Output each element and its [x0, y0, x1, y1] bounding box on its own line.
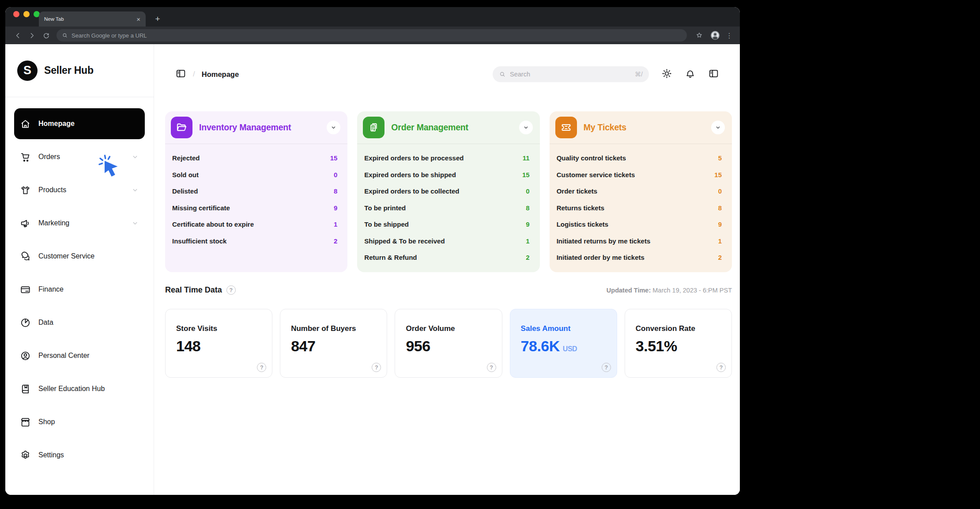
stat-label: Conversion Rate: [636, 324, 721, 333]
help-icon[interactable]: ?: [716, 363, 726, 372]
chevron-down-icon: [131, 153, 139, 161]
page-header: / Homepage ⌘/: [154, 44, 740, 98]
list-item[interactable]: Logistics tickets9: [557, 216, 722, 233]
list-item[interactable]: To be shipped9: [364, 216, 529, 233]
sidebar-item-homepage[interactable]: Homepage: [14, 108, 145, 139]
sales-amount-card: Sales Amount 78.6KUSD ?: [510, 309, 617, 378]
address-bar[interactable]: [57, 29, 687, 42]
help-icon[interactable]: ?: [487, 363, 496, 372]
panel-toggle-icon[interactable]: [708, 68, 719, 81]
list-item[interactable]: Returns tickets8: [557, 200, 722, 217]
list-item[interactable]: Return & Refund2: [364, 249, 529, 266]
forward-icon[interactable]: [26, 29, 38, 42]
sidebar-item-products[interactable]: Products: [14, 179, 145, 201]
brand-name: Seller Hub: [44, 65, 94, 76]
list-item[interactable]: To be printed8: [364, 200, 529, 217]
bookmark-star-icon[interactable]: [693, 29, 705, 42]
new-tab-button[interactable]: +: [152, 13, 163, 25]
card-rows: Expired orders to be processed11 Expired…: [357, 144, 539, 266]
sidebar-item-marketing[interactable]: Marketing: [14, 213, 145, 234]
browser-tab[interactable]: New Tab ×: [39, 11, 146, 27]
realtime-section-header: Real Time Data ? Updated Time: March 19,…: [165, 285, 732, 295]
list-item[interactable]: Quality control tickets5: [557, 150, 722, 167]
store-visits-card: Store Visits 148 ?: [165, 309, 272, 378]
home-icon: [20, 118, 31, 129]
sidebar-item-personal-center[interactable]: Personal Center: [14, 345, 145, 366]
chevron-down-icon[interactable]: [327, 121, 340, 134]
brand: S Seller Hub: [5, 44, 154, 97]
book-icon: [20, 384, 31, 395]
seller-hub-app: S Seller Hub Homepage Orders: [5, 44, 740, 495]
chevron-down-icon[interactable]: [519, 121, 533, 134]
list-item[interactable]: Expired orders to be processed11: [364, 150, 529, 167]
main-content: / Homepage ⌘/: [154, 44, 740, 495]
folder-icon: [171, 117, 192, 138]
profile-avatar[interactable]: [709, 29, 721, 42]
browser-window: New Tab × +: [5, 7, 740, 495]
documents-icon: [363, 117, 384, 138]
sidebar-item-orders[interactable]: Orders: [14, 146, 145, 167]
help-icon[interactable]: ?: [602, 363, 611, 372]
list-item[interactable]: Expired orders to be collected0: [364, 183, 529, 200]
sidebar-item-data[interactable]: Data: [14, 312, 145, 333]
close-tab-icon[interactable]: ×: [136, 16, 140, 23]
sidebar-item-customer-service[interactable]: Customer Service: [14, 246, 145, 267]
order-management-card: Order Management Expired orders to be pr…: [357, 111, 539, 272]
order-volume-card: Order Volume 956 ?: [395, 309, 502, 378]
search-input[interactable]: [510, 71, 631, 78]
list-item[interactable]: Customer service tickets15: [557, 167, 722, 183]
list-item[interactable]: Missing certificate9: [172, 200, 337, 217]
number-of-buyers-card: Number of Buyers 847 ?: [280, 309, 387, 378]
list-item[interactable]: Rejected15: [172, 150, 337, 167]
stat-label: Store Visits: [176, 324, 261, 333]
stat-label: Sales Amount: [521, 324, 606, 333]
list-item[interactable]: Initiated order by me tickets2: [557, 249, 722, 266]
minimize-window-button[interactable]: [23, 11, 30, 17]
help-icon[interactable]: ?: [226, 285, 236, 295]
chevron-down-icon: [131, 186, 139, 194]
my-tickets-card: My Tickets Quality control tickets5 Cust…: [550, 111, 732, 272]
summary-cards-row: Inventory Management Rejected15 Sold out…: [165, 111, 732, 272]
list-item[interactable]: Shipped & To be received1: [364, 233, 529, 250]
breadcrumb[interactable]: Homepage: [202, 70, 239, 79]
list-item[interactable]: Order tickets0: [557, 183, 722, 200]
browser-menu-icon[interactable]: ⋮: [725, 31, 734, 40]
close-window-button[interactable]: [13, 11, 19, 17]
list-item[interactable]: Certificate about to expire1: [172, 216, 337, 233]
search-box[interactable]: ⌘/: [493, 66, 649, 82]
reload-icon[interactable]: [40, 29, 52, 42]
sidebar-item-shop[interactable]: Shop: [14, 411, 145, 433]
stat-value: 956: [406, 338, 491, 355]
list-item[interactable]: Expired orders to be shipped15: [364, 167, 529, 183]
stats-row: Store Visits 148 ? Number of Buyers 847 …: [165, 309, 732, 378]
sidebar: S Seller Hub Homepage Orders: [5, 44, 154, 495]
screenshot-canvas: New Tab × +: [0, 0, 980, 509]
chevron-down-icon[interactable]: [711, 121, 725, 134]
help-icon[interactable]: ?: [257, 363, 266, 372]
list-item[interactable]: Insufficient stock2: [172, 233, 337, 250]
card-rows: Quality control tickets5 Customer servic…: [550, 144, 732, 266]
notifications-bell-icon[interactable]: [685, 68, 696, 81]
seller-hub-logo: S: [17, 61, 38, 81]
inventory-management-card: Inventory Management Rejected15 Sold out…: [165, 111, 347, 272]
cart-icon: [20, 152, 31, 163]
card-title: Order Management: [391, 122, 512, 133]
list-item[interactable]: Sold out0: [172, 167, 337, 183]
list-item[interactable]: Initiated returns by me tickets1: [557, 233, 722, 250]
back-icon[interactable]: [11, 29, 24, 42]
search-shortcut: ⌘/: [635, 71, 643, 78]
sidebar-item-seller-education-hub[interactable]: Seller Education Hub: [14, 378, 145, 399]
gear-icon: [20, 450, 31, 461]
card-header: Order Management: [357, 111, 539, 144]
sidebar-toggle-icon[interactable]: [175, 68, 186, 81]
list-item[interactable]: Delisted8: [172, 183, 337, 200]
pie-chart-icon: [20, 317, 31, 328]
theme-sun-icon[interactable]: [661, 68, 672, 81]
conversion-rate-card: Conversion Rate 3.51% ?: [625, 309, 732, 378]
header-actions: ⌘/: [493, 66, 719, 82]
card-header: Inventory Management: [165, 111, 347, 144]
sidebar-item-finance[interactable]: Finance: [14, 279, 145, 300]
sidebar-item-settings[interactable]: Settings: [14, 444, 145, 466]
help-icon[interactable]: ?: [372, 363, 381, 372]
url-input[interactable]: [72, 32, 682, 39]
